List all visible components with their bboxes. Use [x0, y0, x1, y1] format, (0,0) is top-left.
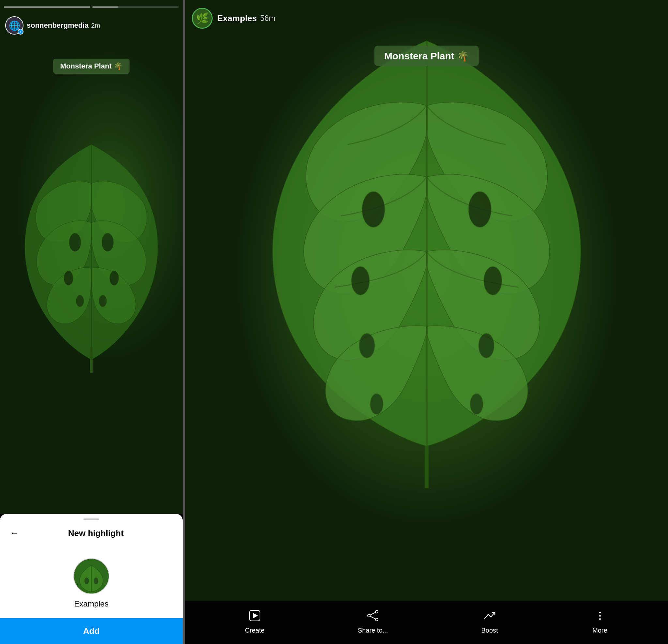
left-leaf-art: [0, 0, 183, 514]
svg-point-5: [99, 295, 107, 307]
avatar-container[interactable]: 🌐 +: [5, 16, 24, 34]
right-bottom-bar: Create Share to...: [185, 601, 668, 644]
svg-point-2: [64, 271, 73, 285]
sheet-title: New highlight: [19, 528, 173, 538]
add-button[interactable]: Add: [0, 618, 183, 644]
right-avatar: 🌿: [192, 8, 213, 29]
panel-divider: [183, 0, 185, 644]
svg-line-24: [370, 616, 376, 619]
time-ago: 2m: [91, 22, 100, 29]
more-icon: [591, 607, 608, 624]
create-icon: [246, 607, 263, 624]
more-action[interactable]: More: [591, 607, 608, 634]
progress-bars: [4, 6, 179, 7]
monstera-label-left: Monstera Plant 🌴: [53, 59, 130, 74]
boost-icon: [481, 607, 498, 624]
create-label: Create: [245, 627, 264, 634]
more-label: More: [592, 627, 607, 634]
highlight-avatar: [73, 558, 109, 594]
boost-label: Boost: [482, 627, 498, 634]
svg-point-20: [376, 610, 378, 613]
dot-3: [599, 618, 601, 620]
back-button[interactable]: ←: [10, 528, 19, 538]
create-action[interactable]: Create: [245, 607, 264, 634]
monstera-label-right: Monstera Plant 🌴: [375, 46, 479, 66]
svg-point-0: [69, 233, 81, 251]
sheet-content: [0, 545, 183, 618]
bottom-sheet: ← New highlight Add: [0, 514, 183, 644]
svg-point-4: [76, 295, 84, 307]
avatar-plus-icon: +: [18, 29, 24, 34]
svg-point-12: [484, 266, 502, 295]
svg-point-3: [110, 271, 119, 285]
share-icon: [364, 607, 381, 624]
svg-point-16: [470, 394, 483, 414]
progress-bar-1: [4, 6, 90, 7]
boost-action[interactable]: Boost: [481, 607, 498, 634]
dot-2: [599, 615, 601, 617]
svg-point-14: [479, 333, 494, 358]
progress-bar-2: [92, 6, 179, 7]
svg-point-10: [468, 192, 491, 227]
left-panel: 🌐 + sonnenbergmedia 2m Monstera Plant 🌴 …: [0, 0, 183, 644]
sheet-header: ← New highlight: [0, 520, 183, 545]
user-meta: sonnenbergmedia 2m: [27, 21, 100, 30]
right-username: Examples: [217, 13, 257, 24]
svg-point-22: [376, 618, 378, 621]
dot-1: [599, 612, 601, 613]
svg-point-1: [102, 233, 113, 251]
right-leaf-art: [185, 0, 668, 601]
svg-line-23: [370, 612, 376, 615]
svg-point-21: [368, 614, 370, 617]
svg-point-13: [359, 333, 375, 358]
svg-point-8: [94, 578, 98, 584]
right-story-area: 🌿 Examples 56m Monstera Plant 🌴: [185, 0, 668, 601]
svg-point-7: [85, 578, 89, 584]
right-top-bar: 🌿 Examples 56m: [192, 8, 662, 29]
username: sonnenbergmedia: [27, 21, 88, 30]
svg-point-15: [370, 394, 383, 414]
share-action[interactable]: Share to...: [358, 607, 388, 634]
svg-point-11: [351, 266, 369, 295]
svg-marker-18: [253, 613, 258, 618]
highlight-name-input[interactable]: [10, 599, 173, 609]
right-time-ago: 56m: [260, 14, 275, 23]
right-panel: 🌿 Examples 56m Monstera Plant 🌴 Create: [185, 0, 668, 644]
svg-point-9: [362, 192, 385, 227]
share-label: Share to...: [358, 627, 388, 634]
user-info: 🌐 + sonnenbergmedia 2m: [5, 16, 100, 34]
right-user-meta: Examples 56m: [217, 13, 275, 24]
left-story-area: 🌐 + sonnenbergmedia 2m Monstera Plant 🌴: [0, 0, 183, 514]
